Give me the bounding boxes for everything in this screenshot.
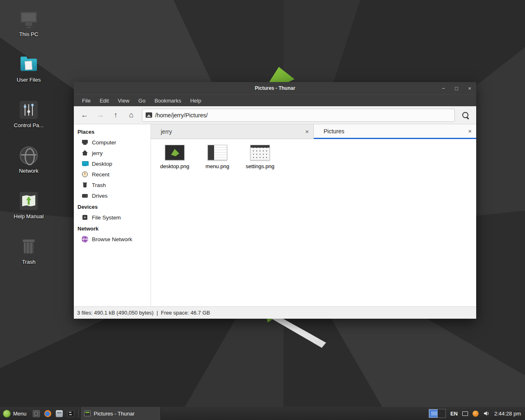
sidebar: Places Computer jerry Desktop Recent Tra…: [74, 124, 151, 306]
taskbar-clock[interactable]: 2:44:28 pm: [494, 411, 521, 417]
workspace-idle[interactable]: [438, 409, 445, 418]
system-tray: EN 2:44:28 pm: [429, 407, 525, 420]
desktop-icon-help-manual[interactable]: Help Manual: [7, 191, 50, 219]
desktop-icon-control-panel[interactable]: Control Pa...: [7, 100, 50, 128]
tab-label: Pictures: [324, 128, 345, 135]
image-thumbnail: [250, 145, 270, 160]
home-button[interactable]: ⌂: [124, 108, 139, 122]
computer-icon: [82, 139, 88, 146]
taskbar-window-button[interactable]: Pictures - Thunar: [80, 407, 161, 420]
menu-help[interactable]: Help: [186, 95, 206, 106]
folder-picture-icon: [146, 112, 152, 118]
sidebar-item-desktop[interactable]: Desktop: [74, 158, 151, 169]
browser-launcher[interactable]: [42, 407, 54, 420]
desktop-monitor-icon: [82, 160, 88, 167]
sidebar-item-label: Desktop: [92, 161, 112, 167]
sidebar-item-label: Computer: [92, 139, 116, 146]
window-content: Places Computer jerry Desktop Recent Tra…: [74, 124, 476, 306]
sidebar-item-drives[interactable]: Drives: [74, 190, 151, 201]
forward-button[interactable]: →: [93, 108, 107, 122]
sidebar-item-label: Trash: [92, 182, 106, 188]
file-menu-png[interactable]: menu.png: [198, 144, 237, 169]
desktop-icon-label: Network: [19, 168, 39, 174]
close-button[interactable]: ×: [463, 82, 476, 94]
taskbar: Menu Pictures - Thunar EN 2:44:28 pm: [0, 407, 525, 420]
image-thumbnail: [208, 145, 227, 160]
back-button[interactable]: ←: [77, 108, 92, 122]
file-manager-launcher[interactable]: [54, 407, 65, 420]
terminal-launcher[interactable]: [65, 407, 77, 420]
show-desktop-button[interactable]: [31, 407, 42, 420]
desktop-icon-label: Trash: [22, 259, 36, 265]
sidebar-item-label: File System: [92, 215, 121, 221]
sidebar-header-places: Places: [74, 126, 151, 137]
minimize-button[interactable]: −: [437, 82, 450, 94]
menu-view[interactable]: View: [113, 95, 134, 106]
desktop-icon-label: Control Pa...: [14, 122, 43, 128]
tab-jerry[interactable]: jerry ×: [151, 124, 314, 139]
sidebar-item-file-system[interactable]: File System: [74, 212, 151, 223]
workspace-switcher[interactable]: [429, 409, 446, 418]
keyboard-layout-indicator[interactable]: EN: [450, 411, 458, 417]
window-outline-icon[interactable]: [462, 411, 468, 416]
menu-edit[interactable]: Edit: [95, 95, 113, 106]
file-name: desktop.png: [160, 163, 189, 169]
trash-icon: [82, 182, 88, 188]
sidebar-item-label: Browse Network: [92, 236, 132, 242]
network-globe-icon: [82, 236, 88, 242]
sidebar-item-home[interactable]: jerry: [74, 148, 151, 158]
path-bar[interactable]: /home/jerry/Pictures/: [142, 109, 455, 122]
desktop-icon-label: Help Manual: [14, 213, 44, 219]
tab-bar: jerry × Pictures ×: [151, 124, 476, 139]
maximize-button[interactable]: □: [450, 82, 463, 94]
volume-icon[interactable]: [483, 410, 490, 417]
sidebar-item-trash[interactable]: Trash: [74, 180, 151, 190]
desktop-icon-column: This PC User Files Control Pa... Network…: [7, 9, 50, 265]
sidebar-item-recent[interactable]: Recent: [74, 169, 151, 180]
window-titlebar[interactable]: Pictures - Thunar − □ ×: [74, 82, 476, 94]
sidebar-item-browse-network[interactable]: Browse Network: [74, 234, 151, 244]
file-manager-icon: [56, 410, 63, 417]
sidebar-item-label: jerry: [92, 150, 103, 156]
folder-icon: [19, 55, 39, 74]
desktop-icon-this-pc[interactable]: This PC: [7, 9, 50, 37]
desktop-icon-network[interactable]: Network: [7, 146, 50, 174]
window-title: Pictures - Thunar: [74, 85, 476, 91]
sidebar-item-label: Recent: [92, 171, 110, 178]
file-settings-png[interactable]: settings.png: [240, 144, 280, 169]
toolbar: ← → ↑ ⌂ /home/jerry/Pictures/: [74, 106, 476, 124]
thunar-icon: [84, 411, 91, 416]
sidebar-item-label: Drives: [92, 193, 107, 199]
path-text: /home/jerry/Pictures/: [155, 112, 208, 119]
up-button[interactable]: ↑: [108, 108, 123, 122]
document-glyph: [25, 61, 32, 70]
main-pane: jerry × Pictures × desktop.png menu.png: [151, 124, 476, 306]
desktop-icon-trash[interactable]: Trash: [7, 237, 50, 265]
start-menu-button[interactable]: Menu: [0, 407, 31, 420]
tab-label: jerry: [161, 128, 172, 135]
firefox-icon: [44, 410, 51, 417]
menu-button-label: Menu: [13, 411, 27, 417]
sidebar-header-network: Network: [74, 223, 151, 234]
computer-icon: [19, 9, 39, 29]
file-view[interactable]: desktop.png menu.png settings.png: [151, 139, 476, 306]
sidebar-header-devices: Devices: [74, 201, 151, 212]
file-desktop-png[interactable]: desktop.png: [155, 144, 194, 169]
file-name: settings.png: [246, 163, 274, 169]
desktop-icon-label: User Files: [17, 77, 41, 83]
desktop-icon-user-files[interactable]: User Files: [7, 55, 50, 83]
tab-pictures[interactable]: Pictures ×: [314, 124, 476, 139]
workspace-active[interactable]: [429, 409, 438, 418]
show-desktop-icon: [33, 410, 40, 417]
sidebar-item-computer[interactable]: Computer: [74, 137, 151, 148]
tab-close-icon[interactable]: ×: [305, 128, 309, 135]
tab-close-icon[interactable]: ×: [468, 128, 472, 134]
network-globe-icon: [20, 146, 38, 164]
filesystem-icon: [82, 214, 88, 221]
search-button[interactable]: [458, 108, 473, 123]
search-icon: [462, 112, 469, 119]
menu-file[interactable]: File: [78, 95, 95, 106]
menu-bookmarks[interactable]: Bookmarks: [150, 95, 186, 106]
menu-go[interactable]: Go: [134, 95, 150, 106]
notification-icon[interactable]: [472, 411, 479, 417]
